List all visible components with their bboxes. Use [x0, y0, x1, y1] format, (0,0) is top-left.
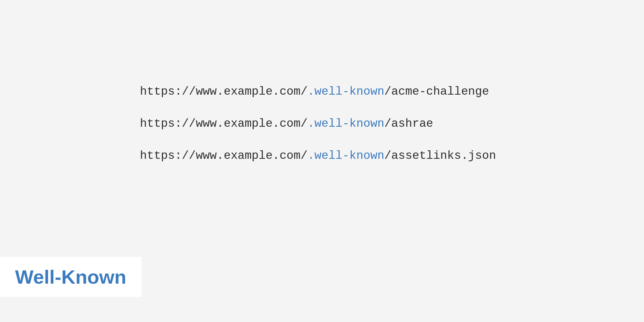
url-highlight: .well-known	[308, 85, 384, 98]
url-suffix: /acme-challenge	[384, 85, 489, 98]
url-line-2: https://www.example.com/.well-known/ashr…	[140, 117, 496, 130]
url-prefix: https://www.example.com/	[140, 85, 308, 98]
slide-title: Well-Known	[15, 266, 126, 288]
url-suffix: /assetlinks.json	[384, 149, 496, 162]
url-suffix: /ashrae	[384, 117, 433, 130]
url-highlight: .well-known	[308, 117, 384, 130]
url-highlight: .well-known	[308, 149, 384, 162]
url-line-1: https://www.example.com/.well-known/acme…	[140, 85, 496, 98]
url-list: https://www.example.com/.well-known/acme…	[140, 85, 496, 181]
url-prefix: https://www.example.com/	[140, 117, 308, 130]
url-prefix: https://www.example.com/	[140, 149, 308, 162]
title-box: Well-Known	[0, 257, 142, 297]
url-line-3: https://www.example.com/.well-known/asse…	[140, 149, 496, 162]
